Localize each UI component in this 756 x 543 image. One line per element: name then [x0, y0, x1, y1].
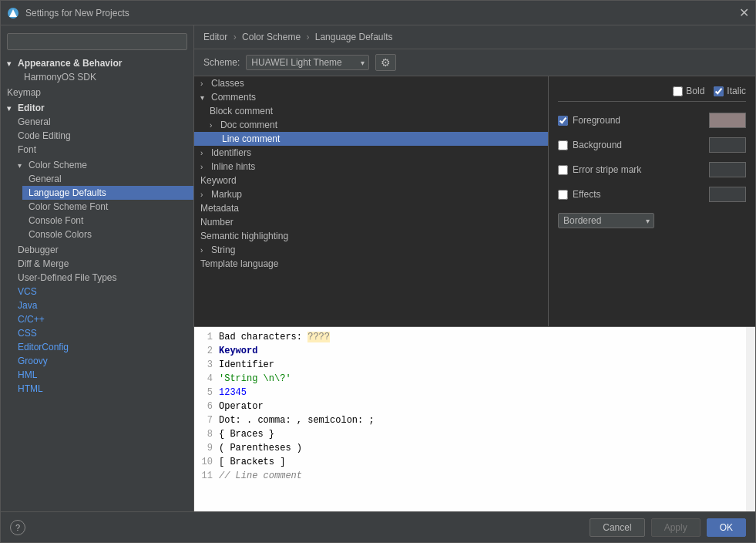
tree-keyword[interactable]: Keyword: [194, 174, 548, 187]
sidebar-item-color-scheme-font[interactable]: Color Scheme Font: [22, 200, 193, 214]
error-stripe-color-swatch[interactable]: [709, 162, 746, 177]
line-content-7: Dot: . comma: , semicolon: ;: [219, 413, 375, 427]
bottom-bar: ? Cancel Apply OK: [1, 511, 755, 542]
search-input[interactable]: [7, 33, 187, 50]
line-content-5: 12345: [219, 386, 247, 400]
tree-inline-hints[interactable]: › Inline hints: [194, 160, 548, 174]
preview-line-4: 4 'String \n\?': [194, 372, 746, 386]
line-num-4: 4: [194, 372, 219, 386]
sidebar-item-groovy[interactable]: Groovy: [12, 354, 193, 368]
tree-classes[interactable]: › Classes: [194, 76, 548, 90]
line-content-2: Keyword: [219, 344, 257, 358]
foreground-color-swatch[interactable]: [709, 113, 746, 128]
tree-metadata[interactable]: Metadata: [194, 201, 548, 215]
tree-markup[interactable]: › Markup: [194, 187, 548, 201]
sidebar-item-hml[interactable]: HML: [12, 368, 193, 382]
tree-comments[interactable]: ▾ Comments: [194, 90, 548, 104]
tree-string[interactable]: › String: [194, 243, 548, 257]
sidebar-item-general2[interactable]: General: [22, 172, 193, 186]
italic-checkbox[interactable]: [714, 86, 724, 96]
preview-line-11: 11 // Line comment: [194, 469, 746, 483]
italic-label[interactable]: Italic: [714, 86, 746, 96]
line-num-1: 1: [194, 330, 219, 344]
foreground-label[interactable]: Foreground: [558, 115, 620, 126]
line-num-6: 6: [194, 400, 219, 413]
gear-button[interactable]: ⚙: [375, 54, 396, 71]
preview-code: 1 Bad characters: ???? 2 Keyword 3 Ident…: [194, 327, 746, 511]
editor-area: › Classes ▾ Comments Block comment › Doc…: [194, 76, 755, 326]
tree-block-comment[interactable]: Block comment: [194, 104, 548, 118]
bold-italic-row: Bold Italic: [558, 86, 746, 102]
background-color-swatch[interactable]: [709, 137, 746, 153]
line-num-7: 7: [194, 413, 219, 427]
editor-children: General Code Editing Font ▾ Color Scheme: [1, 115, 193, 396]
preview-line-7: 7 Dot: . comma: , semicolon: ;: [194, 413, 746, 427]
effects-checkbox[interactable]: [558, 190, 568, 200]
tree-semantic-highlighting[interactable]: Semantic highlighting: [194, 229, 548, 243]
preview-scrollbar[interactable]: [746, 327, 755, 511]
ok-button[interactable]: OK: [707, 518, 746, 537]
sidebar-item-vcs[interactable]: VCS: [12, 285, 193, 298]
sidebar-item-appearance-label[interactable]: ▾ Appearance & Behavior: [1, 56, 193, 70]
preview-section: 1 Bad characters: ???? 2 Keyword 3 Ident…: [194, 326, 755, 511]
help-button[interactable]: ?: [10, 520, 25, 535]
scheme-select[interactable]: HUAWEI Light Theme Default Darcula Monok…: [246, 55, 369, 70]
sidebar-item-editor-label[interactable]: ▾ Editor: [1, 101, 193, 115]
preview-line-6: 6 Operator: [194, 400, 746, 413]
appearance-children: HarmonyOS SDK: [1, 70, 193, 84]
line-content-6: Operator: [219, 400, 264, 413]
apply-button[interactable]: Apply: [651, 518, 701, 537]
close-button[interactable]: ✕: [739, 5, 749, 20]
line-content-3: Identifier: [219, 358, 274, 372]
error-stripe-label[interactable]: Error stripe mark: [558, 164, 641, 175]
sidebar-item-editorconfig[interactable]: EditorConfig: [12, 340, 193, 354]
sidebar-item-appearance: ▾ Appearance & Behavior HarmonyOS SDK: [1, 55, 193, 86]
preview-line-9: 9 ( Parentheses ): [194, 441, 746, 455]
cancel-button[interactable]: Cancel: [590, 518, 644, 537]
effects-row: Effects: [558, 185, 746, 204]
breadcrumb-language-defaults: Language Defaults: [315, 32, 393, 42]
sidebar-item-java[interactable]: Java: [12, 298, 193, 312]
sidebar-item-debugger[interactable]: Debugger: [12, 243, 193, 257]
tree-line-comment[interactable]: Line comment: [194, 132, 548, 146]
background-label[interactable]: Background: [558, 140, 622, 150]
line-content-4: 'String \n\?': [219, 372, 291, 386]
bold-label[interactable]: Bold: [673, 86, 704, 96]
tree-doc-comment[interactable]: › Doc comment: [194, 118, 548, 132]
sidebar-item-html[interactable]: HTML: [12, 382, 193, 396]
line-num-8: 8: [194, 427, 219, 441]
sidebar-item-console-font[interactable]: Console Font: [22, 214, 193, 228]
effects-color-swatch[interactable]: [709, 187, 746, 202]
sidebar-item-user-defined[interactable]: User-Defined File Types: [12, 271, 193, 285]
effects-type-select[interactable]: Bordered Underscored Bold Underscored Un…: [558, 213, 654, 228]
sidebar-item-code-editing[interactable]: Code Editing: [12, 129, 193, 143]
effects-label[interactable]: Effects: [558, 189, 600, 200]
tree-panel: › Classes ▾ Comments Block comment › Doc…: [194, 76, 549, 326]
tree-template-language[interactable]: Template language: [194, 257, 548, 271]
sidebar-item-diff-merge[interactable]: Diff & Merge: [12, 257, 193, 271]
preview-line-2: 2 Keyword: [194, 344, 746, 358]
error-stripe-checkbox[interactable]: [558, 165, 568, 175]
tree-number[interactable]: Number: [194, 215, 548, 229]
background-checkbox[interactable]: [558, 140, 568, 150]
sidebar-item-cpp[interactable]: C/C++: [12, 312, 193, 326]
sidebar-item-harmonyos[interactable]: HarmonyOS SDK: [12, 70, 193, 84]
sidebar-item-css[interactable]: CSS: [12, 326, 193, 340]
options-panel: Bold Italic Foreground: [549, 76, 755, 326]
sidebar: ▾ Appearance & Behavior HarmonyOS SDK Ke…: [1, 25, 194, 511]
line-content-9: ( Parentheses ): [219, 441, 302, 455]
sidebar-item-language-defaults[interactable]: Language Defaults: [22, 186, 193, 200]
effects-select-wrapper: Bordered Underscored Bold Underscored Un…: [558, 213, 654, 228]
main-content: Editor › Color Scheme › Language Default…: [194, 25, 755, 511]
search-box: [7, 33, 187, 50]
sidebar-item-general[interactable]: General: [12, 115, 193, 129]
sidebar-item-console-colors[interactable]: Console Colors: [22, 228, 193, 241]
bold-checkbox[interactable]: [673, 86, 683, 96]
foreground-checkbox[interactable]: [558, 116, 568, 126]
tree-identifiers[interactable]: › Identifiers: [194, 146, 548, 160]
settings-dialog: Settings for New Projects ✕ ▾ Appearance…: [0, 0, 756, 543]
sidebar-item-color-scheme-label[interactable]: ▾ Color Scheme: [12, 158, 193, 172]
classes-arrow: ›: [200, 79, 208, 88]
sidebar-item-font[interactable]: Font: [12, 143, 193, 157]
sidebar-item-keymap[interactable]: Keymap: [1, 86, 193, 99]
